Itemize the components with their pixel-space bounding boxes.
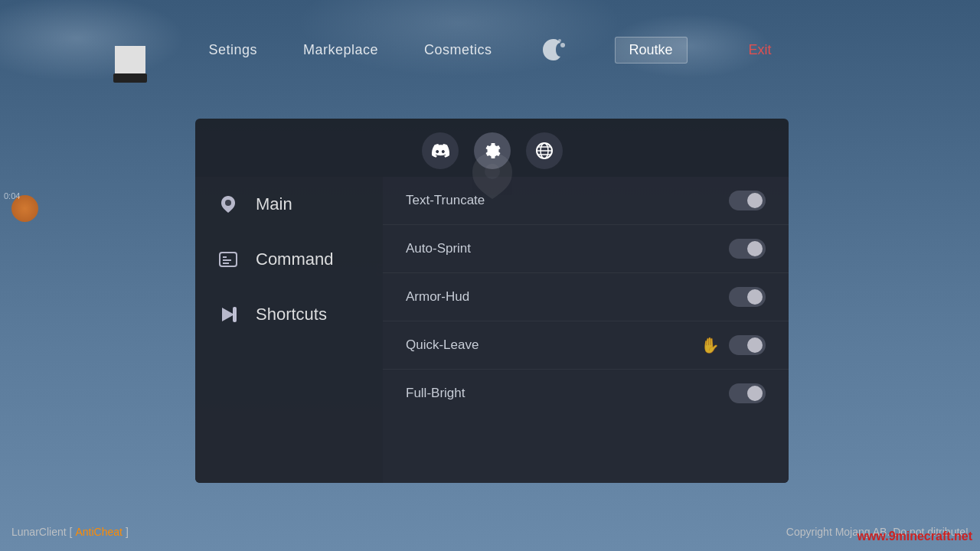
auto-sprint-label: Auto-Sprint xyxy=(406,241,471,256)
bottom-bar: LunarClient [ AntiCheat ] Copyright Moja… xyxy=(0,513,980,551)
quick-leave-label: Quick-Leave xyxy=(406,337,479,353)
sidebar-main-label: Main xyxy=(256,194,292,214)
video-timestamp: 0:04 xyxy=(4,191,20,201)
svg-point-8 xyxy=(225,200,231,206)
setting-row-armor-hud: Armor-Hud xyxy=(383,273,789,321)
logo-square xyxy=(115,46,145,77)
setting-row-quick-leave: Quick-Leave ✋ xyxy=(383,321,789,370)
modal-body: Main Command xyxy=(195,177,789,483)
svg-point-0 xyxy=(560,43,565,47)
auto-sprint-toggle[interactable] xyxy=(729,239,766,259)
full-bright-toggle[interactable] xyxy=(729,383,766,403)
sidebar-item-main[interactable]: Main xyxy=(195,177,383,232)
modal-icon-row xyxy=(195,119,789,177)
topbar: Setings Markeplace Cosmetics Routke Exit xyxy=(0,0,980,99)
text-truncate-knob xyxy=(747,193,763,208)
auto-sprint-knob xyxy=(747,241,763,256)
nav-username[interactable]: Routke xyxy=(615,37,688,64)
logo xyxy=(107,38,153,84)
nav-item-cosmetics[interactable]: Cosmetics xyxy=(424,42,492,58)
setting-row-text-truncate: Text-Truncate xyxy=(383,177,789,225)
quick-leave-toggle[interactable] xyxy=(729,335,766,355)
watermark: www.9minecraft.net xyxy=(857,530,972,543)
globe-icon-button[interactable] xyxy=(526,132,563,169)
full-bright-knob xyxy=(747,386,763,401)
sidebar-command-label: Command xyxy=(256,249,333,269)
text-truncate-label: Text-Truncate xyxy=(406,193,485,208)
profile-icon[interactable] xyxy=(538,34,569,65)
nav-item-marketplace[interactable]: Markeplace xyxy=(303,42,378,58)
sidebar-item-shortcuts[interactable]: Shortcuts xyxy=(195,287,383,342)
main-icon xyxy=(216,192,240,217)
settings-content: Text-Truncate Auto-Sprint Armor-Hud xyxy=(383,177,789,483)
bottom-left-text: LunarClient [ AntiCheat ] xyxy=(11,526,129,538)
full-bright-label: Full-Bright xyxy=(406,386,465,401)
hand-icon: ✋ xyxy=(701,336,720,354)
sidebar-item-command[interactable]: Command xyxy=(195,232,383,287)
nav-item-settings[interactable]: Setings xyxy=(208,42,257,58)
anticheat-label: AntiCheat xyxy=(75,526,122,538)
quick-leave-knob xyxy=(747,337,763,353)
discord-icon-button[interactable] xyxy=(422,132,459,169)
lunarclient-suffix: ] xyxy=(126,526,129,538)
topbar-nav: Setings Markeplace Cosmetics Routke Exit xyxy=(208,34,771,65)
svg-marker-13 xyxy=(222,308,234,321)
svg-point-1 xyxy=(558,39,561,42)
settings-modal: Main Command xyxy=(195,119,789,483)
sidebar-shortcuts-label: Shortcuts xyxy=(256,305,327,324)
command-icon xyxy=(216,247,240,272)
lunarclient-prefix: LunarClient [ xyxy=(11,526,72,538)
armor-hud-knob xyxy=(747,289,763,305)
armor-hud-label: Armor-Hud xyxy=(406,289,469,305)
armor-hud-toggle[interactable] xyxy=(729,287,766,307)
modal-sidebar: Main Command xyxy=(195,177,383,483)
setting-row-full-bright: Full-Bright xyxy=(383,370,789,417)
shortcuts-icon xyxy=(216,302,240,327)
nav-exit-button[interactable]: Exit xyxy=(749,42,772,58)
setting-row-auto-sprint: Auto-Sprint xyxy=(383,225,789,273)
quick-leave-row-content: Quick-Leave xyxy=(406,337,479,353)
text-truncate-toggle[interactable] xyxy=(729,191,766,210)
settings-icon-button[interactable] xyxy=(474,132,511,169)
svg-rect-14 xyxy=(234,308,236,321)
